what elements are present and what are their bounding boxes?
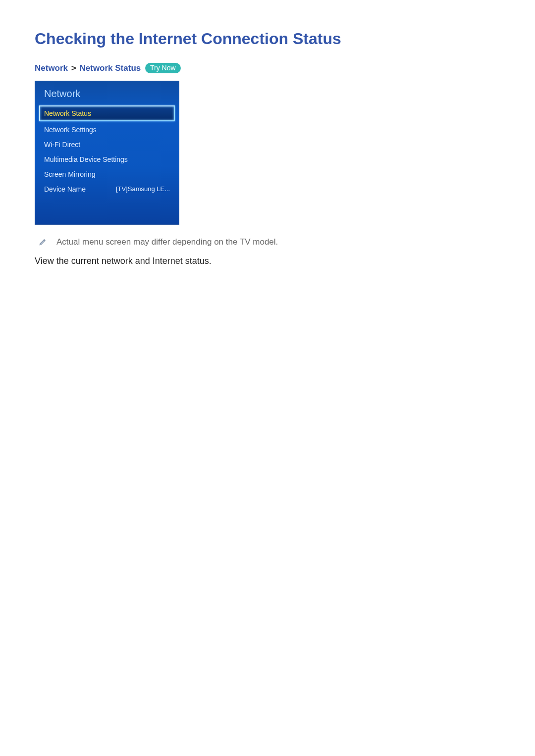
breadcrumb: Network > Network Status Try Now [35, 63, 500, 73]
menu-item-multimedia-device-settings[interactable]: Multimedia Device Settings [39, 152, 175, 167]
description-text: View the current network and Internet st… [35, 256, 500, 266]
menu-item-label: Wi-Fi Direct [44, 141, 80, 149]
menu-item-network-settings[interactable]: Network Settings [39, 122, 175, 137]
note-row: Actual menu screen may differ depending … [39, 237, 500, 248]
menu-item-screen-mirroring[interactable]: Screen Mirroring [39, 167, 175, 182]
menu-item-value [165, 109, 170, 117]
menu-item-network-status[interactable]: Network Status [39, 105, 175, 121]
menu-item-value [165, 155, 170, 163]
breadcrumb-separator: > [71, 63, 76, 73]
breadcrumb-network-status[interactable]: Network Status [79, 63, 141, 73]
menu-list: Network Status Network Settings Wi-Fi Di… [35, 105, 179, 197]
menu-item-label: Network Settings [44, 126, 97, 134]
menu-item-device-name[interactable]: Device Name [TV]Samsung LE... [39, 182, 175, 197]
menu-item-label: Multimedia Device Settings [44, 155, 128, 163]
note-text: Actual menu screen may differ depending … [56, 237, 278, 247]
page-title: Checking the Internet Connection Status [35, 30, 500, 48]
menu-item-label: Network Status [44, 109, 91, 117]
menu-item-value [165, 170, 170, 178]
pencil-icon [39, 237, 48, 248]
menu-item-value [165, 126, 170, 134]
menu-item-label: Device Name [44, 185, 86, 193]
menu-item-wifi-direct[interactable]: Wi-Fi Direct [39, 137, 175, 152]
breadcrumb-network[interactable]: Network [35, 63, 68, 73]
menu-header: Network [35, 81, 179, 104]
network-menu-panel: Network Network Status Network Settings … [35, 81, 179, 225]
menu-item-value [165, 141, 170, 149]
menu-item-label: Screen Mirroring [44, 170, 95, 178]
try-now-button[interactable]: Try Now [145, 63, 181, 73]
menu-item-value: [TV]Samsung LE... [111, 185, 170, 193]
